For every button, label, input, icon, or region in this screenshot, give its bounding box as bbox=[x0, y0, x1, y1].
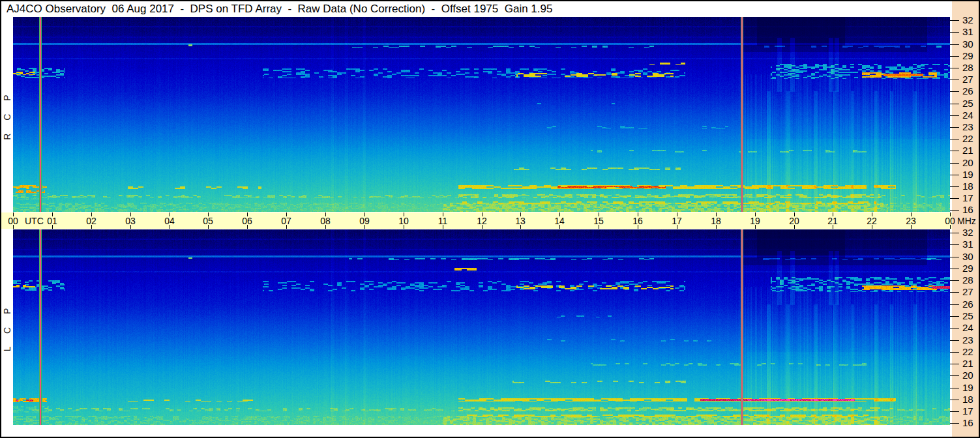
hour-label: 01 bbox=[47, 216, 57, 226]
freq-tick bbox=[950, 388, 959, 388]
freq-label: 29 bbox=[962, 50, 973, 61]
hour-label: 00 bbox=[8, 216, 18, 226]
freq-label: 19 bbox=[962, 169, 973, 180]
freq-tick bbox=[950, 44, 959, 45]
hour-label: 15 bbox=[593, 216, 604, 226]
hour-label: 14 bbox=[554, 216, 565, 226]
freq-tick bbox=[950, 423, 959, 424]
rcp-panel-label: R C P bbox=[1, 17, 13, 212]
freq-label: 28 bbox=[962, 62, 973, 73]
freq-label: 18 bbox=[962, 181, 973, 192]
hour-label: 20 bbox=[789, 216, 799, 226]
freq-tick bbox=[950, 316, 959, 317]
freq-label: 21 bbox=[962, 145, 973, 156]
hour-label: 21 bbox=[827, 216, 838, 226]
freq-label: 25 bbox=[962, 98, 973, 109]
freq-label: 23 bbox=[962, 121, 973, 132]
freq-tick bbox=[950, 68, 959, 68]
freq-label: 26 bbox=[962, 299, 973, 310]
hour-label: 11 bbox=[438, 216, 448, 226]
freq-tick bbox=[950, 163, 959, 164]
hour-label: 08 bbox=[320, 216, 331, 226]
freq-tick bbox=[950, 340, 959, 341]
freq-label: 27 bbox=[962, 286, 973, 297]
freq-tick bbox=[950, 280, 959, 281]
window-title: AJ4CO Observatory 06 Aug 2017 - DPS on T… bbox=[7, 2, 552, 16]
hour-label: 18 bbox=[711, 216, 721, 226]
hour-label: 12 bbox=[477, 216, 487, 226]
freq-tick bbox=[950, 91, 959, 92]
freq-tick bbox=[950, 210, 959, 211]
freq-label: 29 bbox=[962, 263, 973, 274]
freq-label: 19 bbox=[962, 382, 973, 393]
freq-label: 31 bbox=[962, 239, 973, 250]
freq-label: 17 bbox=[962, 192, 973, 203]
freq-tick bbox=[950, 400, 959, 400]
lcp-panel-label: L C P bbox=[1, 229, 13, 425]
hour-label: 06 bbox=[242, 216, 252, 226]
freq-label: 30 bbox=[962, 38, 973, 50]
freq-tick bbox=[950, 292, 959, 293]
freq-tick bbox=[950, 352, 959, 353]
freq-tick bbox=[950, 328, 959, 328]
freq-label: 26 bbox=[962, 85, 973, 96]
freq-label: 18 bbox=[962, 394, 973, 405]
freq-label: 31 bbox=[962, 26, 973, 37]
freq-label: 16 bbox=[962, 417, 973, 428]
freq-tick bbox=[950, 198, 959, 199]
freq-tick bbox=[950, 127, 959, 128]
freq-label: 16 bbox=[962, 204, 973, 215]
hour-label: 22 bbox=[867, 216, 877, 226]
hour-label: 05 bbox=[203, 216, 213, 226]
hour-label: 23 bbox=[906, 216, 916, 226]
freq-tick bbox=[950, 304, 959, 305]
freq-tick bbox=[950, 244, 959, 245]
freq-label: 28 bbox=[962, 274, 973, 285]
freq-tick bbox=[950, 375, 959, 376]
freq-tick bbox=[950, 269, 959, 269]
freq-tick bbox=[950, 364, 959, 364]
rcp-label-text: R C P bbox=[2, 89, 12, 139]
utc-unit-label: UTC bbox=[25, 216, 44, 226]
time-axis: 0001020304050607080910111213141516171819… bbox=[1, 212, 952, 229]
freq-tick bbox=[950, 257, 959, 257]
freq-label: 22 bbox=[962, 133, 973, 144]
freq-label: 20 bbox=[962, 157, 973, 168]
hour-label: 16 bbox=[632, 216, 643, 226]
freq-label: 32 bbox=[962, 14, 973, 25]
freq-tick bbox=[950, 175, 959, 175]
hour-label: 19 bbox=[750, 216, 760, 226]
lcp-label-text: L C P bbox=[2, 303, 12, 352]
spectrogram-rcp bbox=[13, 17, 950, 212]
freq-label: 23 bbox=[962, 334, 973, 345]
freq-label: 22 bbox=[962, 346, 973, 357]
hour-label: 03 bbox=[125, 216, 136, 226]
freq-tick bbox=[950, 139, 959, 139]
hour-label: 10 bbox=[398, 216, 409, 226]
hour-label: 13 bbox=[515, 216, 526, 226]
freq-label: 20 bbox=[962, 370, 973, 381]
freq-tick bbox=[950, 233, 959, 233]
freq-label: 32 bbox=[962, 227, 973, 238]
freq-label: 24 bbox=[962, 322, 973, 333]
freq-label: 21 bbox=[962, 358, 973, 369]
freq-tick bbox=[950, 20, 959, 21]
freq-tick bbox=[950, 411, 959, 412]
spectrogram-lcp bbox=[13, 229, 950, 425]
freq-tick bbox=[950, 104, 959, 104]
hour-label: 09 bbox=[359, 216, 370, 226]
freq-tick bbox=[950, 115, 959, 116]
freq-tick bbox=[950, 56, 959, 57]
hour-label: 04 bbox=[164, 216, 175, 226]
app-window: AJ4CO Observatory 06 Aug 2017 - DPS on T… bbox=[0, 0, 980, 438]
freq-label: 30 bbox=[962, 251, 973, 262]
freq-label: 27 bbox=[962, 74, 973, 85]
hour-label: 07 bbox=[281, 216, 291, 226]
freq-label: 17 bbox=[962, 405, 973, 416]
hour-label: 02 bbox=[86, 216, 97, 226]
freq-tick bbox=[950, 151, 959, 151]
hour-label: 17 bbox=[672, 216, 682, 226]
freq-tick bbox=[950, 80, 959, 80]
hour-label: 00 bbox=[945, 216, 955, 226]
freq-tick bbox=[950, 186, 959, 187]
